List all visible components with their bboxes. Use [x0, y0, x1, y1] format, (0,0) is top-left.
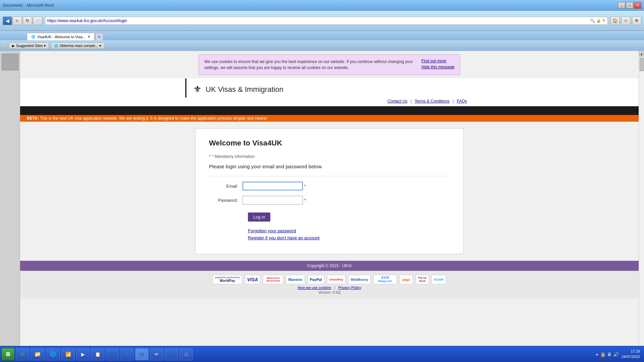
chrome-icon: 🌐	[50, 351, 56, 357]
forward-button[interactable]: ▶	[13, 16, 22, 25]
email-row: Email *	[209, 182, 450, 190]
folder-icon: 📁	[34, 351, 41, 357]
tray-security-icon: 🔒	[600, 352, 606, 357]
form-title: Welcome to Visa4UK	[209, 139, 450, 147]
favorites-button[interactable]: ☆	[621, 16, 631, 25]
scroll-up-button[interactable]: ▲	[639, 52, 644, 56]
tray-network-icon: 🖥	[607, 352, 612, 357]
address-bar[interactable]: https://www.visa4uk.fco.gov.uk/Account/l…	[45, 17, 608, 25]
taskbar-item-outlook[interactable]: O	[165, 348, 178, 360]
email-label: Email	[209, 184, 243, 189]
cookie-links: Find out more Hide this message	[421, 59, 454, 69]
cookie-text: We use cookies to ensure that we give yo…	[204, 59, 415, 71]
suggested-sites-label: Suggested Sites ▾	[16, 44, 46, 48]
browser-action-buttons: 🏠 ☆ ⚙	[610, 16, 641, 25]
webmoney-icon: WebMoney	[348, 275, 371, 284]
obtenha-button[interactable]: 🌐 Obtenha mais comple... ▾	[51, 43, 104, 49]
tab-label: Visa4UK - Welcome to Visa...	[37, 35, 86, 39]
address-text: https://www.visa4uk.fco.gov.uk/Account/l…	[47, 18, 589, 23]
clock-time: 17:29	[622, 349, 640, 354]
scrollbar[interactable]: ▲	[639, 51, 644, 346]
minimize-button[interactable]: _	[618, 2, 625, 9]
nikon-icon: N	[20, 351, 24, 357]
scroll-thumb[interactable]	[640, 58, 644, 71]
word-icon: W	[140, 352, 144, 357]
visa-icon: VISA	[245, 275, 261, 284]
hide-message-link[interactable]: Hide this message	[421, 65, 454, 69]
beta-bar: BETA: This is the new UK visa applicatio…	[20, 115, 639, 122]
gcash-icon: GCash	[432, 275, 446, 284]
form-fields: Email * Password * Log in	[209, 176, 450, 222]
faqs-link[interactable]: FAQs	[457, 99, 467, 104]
start-button[interactable]: ⊞	[1, 348, 14, 361]
left-panel	[0, 51, 20, 346]
window-title: Document1 - Microsoft Word	[3, 3, 54, 8]
unionpay-icon: UnionPay	[327, 275, 346, 284]
terms-link[interactable]: Terms & Conditions	[415, 99, 449, 104]
privacy-policy-link[interactable]: Privacy Policy	[338, 286, 361, 290]
active-tab[interactable]: 🌐 Visa4UK - Welcome to Visa... ✕	[27, 33, 95, 40]
nav-links: Contact Us | Terms & Conditions | FAQs	[185, 98, 474, 105]
contact-us-link[interactable]: Contact Us	[387, 99, 407, 104]
refresh-button[interactable]: ↻	[23, 16, 32, 25]
taskbar-item-word[interactable]: W	[135, 348, 149, 360]
login-button[interactable]: Log in	[248, 213, 270, 222]
taskbar-item-1[interactable]: N	[16, 348, 29, 360]
find-out-more-link[interactable]: Find out more	[421, 59, 454, 63]
taskbar-item-excel[interactable]: X	[106, 348, 119, 360]
nav-buttons: ◀ ▶ ↻ ✕	[3, 16, 42, 25]
tab-close-button[interactable]: ✕	[88, 35, 90, 39]
forgotten-password-link[interactable]: Forgotten your password	[248, 228, 450, 233]
maestro-icon: Maestro	[286, 275, 305, 284]
suggested-sites-button[interactable]: ▶ Suggested Sites ▾	[9, 43, 49, 49]
taskbar-item-window[interactable]: □	[179, 348, 193, 360]
search-icon[interactable]: 🔍	[590, 18, 595, 23]
wifi-icon: 📶	[65, 352, 71, 357]
email-required-star: *	[304, 184, 306, 189]
cookie-notice: We use cookies to ensure that we give yo…	[199, 54, 460, 75]
clock-date: 24/07/2015	[622, 354, 640, 359]
email-input[interactable]	[243, 182, 303, 190]
beta-label: BETA:	[27, 116, 39, 121]
paypal-icon: PayPal	[308, 275, 324, 284]
site-header-wrapper: ⚜ UK Visas & Immigration Contact Us | Te…	[20, 78, 639, 106]
window-icon: □	[185, 352, 187, 357]
payment-icons: payments powered byWorldPay VISA MasterC…	[24, 275, 635, 284]
lync-icon: L	[126, 352, 128, 357]
settings-icon[interactable]: ⚙	[632, 16, 641, 25]
taskbar-item-2[interactable]: 📁	[31, 348, 45, 360]
taskbar-item-chrome[interactable]: 🌐	[46, 348, 60, 360]
maximize-button[interactable]: □	[626, 2, 633, 9]
media-icon: ▶	[81, 352, 85, 357]
register-link[interactable]: Register if you don't have an account	[248, 235, 450, 240]
coat-of-arms-icon: ⚜	[193, 84, 202, 95]
obtenha-label: Obtenha mais comple... ▾	[59, 44, 101, 48]
taskbar-item-clipboard[interactable]: 📋	[91, 348, 104, 360]
beta-text: This is the new UK visa application webs…	[40, 116, 268, 121]
how-we-use-cookies-link[interactable]: How we use cookies	[298, 286, 331, 290]
password-input[interactable]	[243, 196, 303, 204]
thumbnail	[2, 54, 18, 70]
taskbar-item-pen[interactable]: ✏	[150, 348, 163, 360]
tab-icon: 🌐	[31, 35, 35, 39]
tray-arrow-icon[interactable]: ▲	[595, 352, 599, 356]
stop-button[interactable]: ✕	[33, 16, 42, 25]
reload-icon[interactable]: ↻	[602, 18, 605, 23]
site-header: ⚜ UK Visas & Immigration	[185, 78, 474, 98]
windows-logo-icon: ⊞	[6, 351, 10, 357]
taskbar-item-media[interactable]: ▶	[76, 348, 90, 360]
new-tab-button[interactable]: +	[95, 33, 103, 40]
browser-toolbar: ◀ ▶ ↻ ✕ https://www.visa4uk.fco.gov.uk/A…	[0, 11, 644, 31]
taskbar-item-lync[interactable]: L	[120, 348, 134, 360]
close-button[interactable]: ✕	[634, 2, 641, 9]
system-clock[interactable]: 17:29 24/07/2015	[622, 349, 640, 359]
lock-icon: 🔒	[596, 18, 601, 23]
taskbar-item-wifi[interactable]: 📶	[61, 348, 75, 360]
footer-payment: payments powered byWorldPay VISA MasterC…	[20, 271, 639, 298]
login-form-container: Welcome to Visa4UK ** Mandatory informat…	[195, 128, 464, 254]
footer-bottom-links: How we use cookies | Privacy Policy	[24, 286, 635, 290]
home-button[interactable]: 🏠	[610, 16, 620, 25]
pen-icon: ✏	[155, 352, 159, 357]
worldpay-icon: payments powered byWorldPay	[213, 275, 242, 284]
back-button[interactable]: ◀	[3, 16, 12, 25]
